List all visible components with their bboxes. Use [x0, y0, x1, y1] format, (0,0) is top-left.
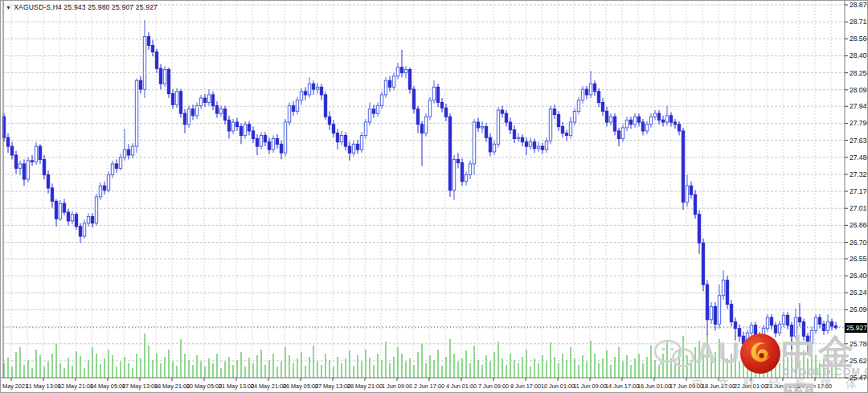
- svg-text:27.635: 27.635: [850, 137, 868, 145]
- svg-text:1 Jun 09:00: 1 Jun 09:00: [382, 383, 412, 390]
- svg-text:26.705: 26.705: [850, 239, 868, 247]
- chart-title: ▼XAGUSD-S,H4 25.943 25.980 25.907 25.927: [6, 3, 158, 11]
- svg-text:11 Jun 09:00: 11 Jun 09:00: [573, 383, 607, 390]
- svg-text:26.400: 26.400: [850, 272, 868, 280]
- svg-text:18 Jun 17:00: 18 Jun 17:00: [702, 383, 735, 390]
- svg-text:27.790: 27.790: [850, 119, 868, 127]
- svg-text:21 May 13:00: 21 May 13:00: [219, 383, 254, 390]
- svg-text:26.090: 26.090: [850, 305, 868, 313]
- svg-text:27.945: 27.945: [850, 102, 868, 110]
- svg-text:26.555: 26.555: [850, 255, 868, 263]
- chart-marker-icon: ▼: [6, 5, 11, 10]
- svg-text:28.095: 28.095: [850, 86, 868, 94]
- svg-text:26 May 05:00: 26 May 05:00: [283, 383, 318, 390]
- svg-text:2 Jun 17:00: 2 Jun 17:00: [414, 383, 444, 390]
- svg-text:10 Jun 01:00: 10 Jun 01:00: [541, 383, 575, 390]
- chart-title-text: XAGUSD-S,H4 25.943 25.980 25.907 25.927: [14, 3, 158, 11]
- svg-text:11 May 13:00: 11 May 13:00: [26, 383, 61, 390]
- svg-text:17 Jun 09:00: 17 Jun 09:00: [669, 383, 703, 390]
- svg-text:27.480: 27.480: [850, 154, 868, 162]
- svg-text:24 Jun 17:00: 24 Jun 17:00: [798, 383, 832, 390]
- svg-text:12 May 21:00: 12 May 21:00: [58, 383, 93, 390]
- svg-text:14 Jun 17:00: 14 Jun 17:00: [605, 383, 639, 390]
- svg-text:20 May 05:00: 20 May 05:00: [186, 383, 222, 390]
- svg-text:22 Jun 01:00: 22 Jun 01:00: [734, 383, 768, 390]
- svg-text:28 May 21:00: 28 May 21:00: [347, 383, 383, 390]
- svg-text:28.560: 28.560: [850, 35, 868, 43]
- svg-text:23 Jun 09:00: 23 Jun 09:00: [766, 383, 800, 390]
- svg-text:18 May 21:00: 18 May 21:00: [154, 383, 190, 390]
- svg-text:28.405: 28.405: [850, 51, 868, 59]
- svg-text:4 Jun 01:00: 4 Jun 01:00: [446, 383, 477, 390]
- svg-text:27.170: 27.170: [850, 187, 868, 195]
- svg-text:28.250: 28.250: [850, 69, 868, 77]
- svg-text:10 May 2021: 10 May 2021: [1, 383, 28, 390]
- svg-text:27.325: 27.325: [850, 170, 868, 178]
- svg-text:7 Jun 09:00: 7 Jun 09:00: [478, 383, 509, 390]
- svg-text:26.245: 26.245: [850, 289, 868, 297]
- svg-text:27 May 13:00: 27 May 13:00: [315, 383, 350, 390]
- svg-text:14 May 05:00: 14 May 05:00: [90, 383, 125, 390]
- svg-text:25.625: 25.625: [850, 357, 868, 365]
- svg-text:25.470: 25.470: [850, 374, 868, 382]
- svg-text:27.015: 27.015: [850, 204, 868, 212]
- svg-text:24 May 21:00: 24 May 21:00: [251, 383, 286, 390]
- chart-window: 28.87028.71528.56028.40528.25028.09527.9…: [0, 0, 868, 393]
- svg-text:25.780: 25.780: [850, 340, 868, 348]
- svg-text:16 Jun 01:00: 16 Jun 01:00: [637, 383, 671, 390]
- svg-text:28.870: 28.870: [850, 1, 868, 9]
- svg-text:26.860: 26.860: [850, 221, 868, 229]
- current-price-badge: 25.927: [845, 323, 868, 333]
- price-chart-canvas[interactable]: 28.87028.71528.56028.40528.25028.09527.9…: [1, 1, 868, 393]
- svg-text:17 May 13:00: 17 May 13:00: [122, 383, 158, 390]
- svg-text:8 Jun 17:00: 8 Jun 17:00: [510, 383, 541, 390]
- svg-text:28.715: 28.715: [850, 18, 868, 26]
